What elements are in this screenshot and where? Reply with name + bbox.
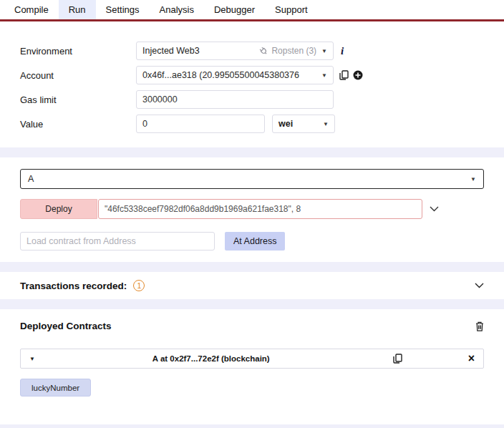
transactions-section: Transactions recorded: 1 [0, 272, 504, 299]
value-unit-select[interactable]: wei ▼ [272, 115, 335, 133]
account-value: 0x46f...ae318 (20.99505500045380376 [142, 70, 316, 80]
deploy-row: Deploy [20, 199, 484, 219]
at-address-button[interactable]: At Address [225, 232, 285, 251]
deploy-button[interactable]: Deploy [20, 199, 97, 219]
network-indicator: Ropsten (3) [259, 46, 316, 56]
tab-debugger[interactable]: Debugger [204, 0, 265, 19]
instance-toggle-icon[interactable]: ▼ [29, 356, 35, 362]
tab-compile[interactable]: Compile [4, 0, 59, 19]
load-address-input[interactable] [20, 232, 215, 251]
tab-bar: Compile Run Settings Analysis Debugger S… [0, 0, 504, 21]
gas-limit-label: Gas limit [20, 94, 136, 105]
contract-section: A ▼ Deploy At Address [0, 157, 504, 262]
environment-value: Injected Web3 [142, 46, 200, 56]
environment-label: Environment [20, 46, 136, 57]
settings-section: Environment Injected Web3 Ropsten (3) ▼ … [0, 21, 504, 147]
transactions-title: Transactions recorded: [20, 281, 127, 291]
tab-run[interactable]: Run [59, 0, 96, 19]
deploy-args-input[interactable] [98, 199, 422, 219]
tab-settings[interactable]: Settings [96, 0, 150, 19]
deployed-contracts-title: Deployed Contracts [20, 321, 112, 331]
network-label: Ropsten (3) [271, 46, 316, 56]
copy-instance-icon[interactable] [393, 354, 402, 364]
account-row: Account 0x46f...ae318 (20.99505500045380… [20, 66, 484, 84]
value-label: Value [20, 119, 136, 130]
caret-down-icon: ▼ [470, 176, 476, 183]
value-input[interactable] [136, 115, 265, 133]
contract-instance-row[interactable]: ▼ A at 0x2f7...72e2f (blockchain) × [20, 349, 484, 369]
deployed-contracts-header: Deployed Contracts [20, 321, 484, 331]
deployed-contracts-section: Deployed Contracts ▼ A at 0x2f7...72e2f … [0, 309, 504, 424]
method-button-luckynumber[interactable]: luckyNumber [20, 379, 91, 397]
copy-account-icon[interactable] [339, 70, 349, 80]
transactions-chevron-icon[interactable] [475, 283, 484, 288]
instance-title: A at 0x2f7...72e2f (blockchain) [35, 354, 387, 363]
tab-support[interactable]: Support [265, 0, 318, 19]
contract-select[interactable]: A ▼ [20, 169, 484, 189]
trash-icon[interactable] [475, 321, 484, 331]
value-row: Value wei ▼ [20, 115, 484, 133]
info-icon[interactable]: i [341, 45, 344, 57]
transactions-count-badge: 1 [133, 280, 145, 291]
gas-limit-row: Gas limit [20, 90, 484, 109]
gas-limit-input[interactable] [136, 90, 334, 109]
environment-row: Environment Injected Web3 Ropsten (3) ▼ … [20, 42, 484, 60]
value-unit: wei [278, 119, 293, 129]
add-account-icon[interactable] [353, 70, 363, 80]
tab-analysis[interactable]: Analysis [150, 0, 204, 19]
environment-select[interactable]: Injected Web3 Ropsten (3) ▼ [136, 42, 334, 60]
plug-icon [258, 45, 270, 57]
caret-down-icon: ▼ [321, 72, 327, 79]
chevron-down-icon[interactable] [430, 206, 439, 212]
account-label: Account [20, 70, 136, 81]
caret-down-icon: ▼ [323, 121, 329, 127]
contract-select-value: A [28, 174, 34, 184]
load-address-row: At Address [20, 232, 484, 251]
caret-down-icon: ▼ [321, 48, 327, 54]
close-icon[interactable]: × [468, 353, 475, 364]
account-select[interactable]: 0x46f...ae318 (20.99505500045380376 ▼ [136, 66, 334, 84]
